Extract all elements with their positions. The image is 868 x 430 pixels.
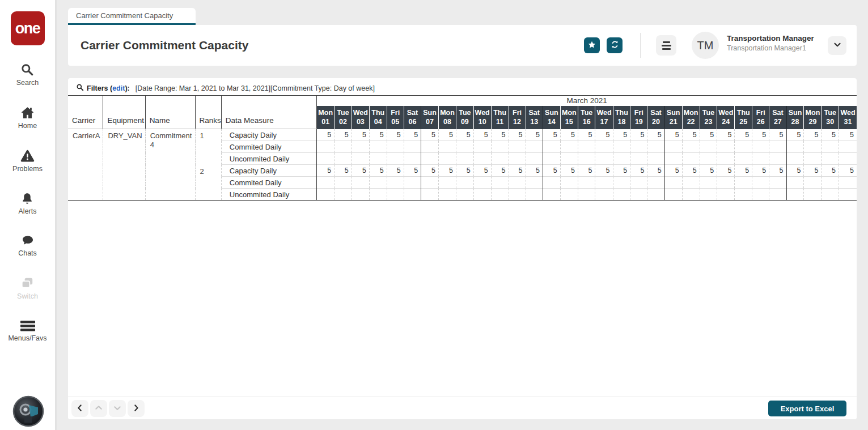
value-cell (456, 153, 474, 165)
day-header-sat-20: Sat20 (647, 106, 664, 129)
value-cell (526, 153, 543, 165)
filters-edit-link[interactable]: edit (112, 84, 125, 92)
user-menu-toggle[interactable] (828, 36, 846, 55)
value-cell: 5 (335, 129, 352, 141)
day-header-wed-17: Wed17 (595, 106, 613, 129)
value-cell: 5 (560, 129, 578, 141)
value-cell: 5 (369, 165, 387, 177)
day-header-mon-15: Mon15 (560, 106, 578, 129)
value-cell (578, 153, 595, 165)
value-cell (647, 177, 664, 189)
one-network-logo[interactable]: one (11, 11, 45, 45)
value-cell: 5 (822, 129, 839, 141)
value-cell (369, 177, 387, 189)
scroll-up-button (90, 400, 107, 417)
value-cell (735, 141, 752, 153)
search-icon (20, 62, 35, 77)
value-cell: 5 (369, 129, 387, 141)
logo-text: one (15, 20, 40, 37)
value-cell (421, 153, 439, 165)
value-cell (404, 153, 421, 165)
value-cell: 5 (317, 165, 335, 177)
value-cell: 5 (578, 129, 595, 141)
sidebar-item-label: Problems (12, 165, 43, 173)
value-cell (700, 177, 717, 189)
value-cell (804, 153, 822, 165)
value-cell: 5 (526, 165, 543, 177)
value-cell (682, 153, 700, 165)
value-cell (335, 189, 352, 201)
scroll-right-button[interactable] (128, 400, 145, 417)
month-header: March 2021 (317, 96, 857, 106)
sidebar: one Search Home Problems Alerts (0, 0, 57, 430)
value-cell: 5 (473, 165, 491, 177)
value-cell (473, 177, 491, 189)
column-header-equipment: Equipment (103, 96, 145, 129)
value-cell (735, 177, 752, 189)
day-header-fri-05: Fri05 (387, 106, 404, 129)
header-menu-button[interactable] (656, 35, 676, 56)
equipment-cell: DRY_VAN (103, 129, 145, 201)
value-cell: 5 (752, 129, 769, 141)
column-header-carrier: Carrier (68, 96, 103, 129)
value-cell (421, 177, 439, 189)
value-cell (647, 189, 664, 201)
value-cell: 5 (664, 129, 682, 141)
ai-assistant-icon[interactable] (12, 395, 44, 427)
value-cell: 5 (647, 165, 664, 177)
sidebar-item-label: Alerts (19, 207, 37, 215)
value-cell (560, 141, 578, 153)
value-cell: 5 (804, 165, 822, 177)
value-cell (317, 141, 335, 153)
value-cell (543, 189, 560, 201)
tab-label: Carrier Commitment Capacity (76, 11, 173, 20)
export-to-excel-button[interactable]: Export to Excel (768, 401, 846, 416)
sidebar-item-chats[interactable]: Chats (18, 234, 37, 257)
day-header-sun-14: Sun14 (543, 106, 560, 129)
sidebar-item-menus-favs[interactable]: Menus/Favs (8, 319, 46, 342)
value-cell (491, 177, 509, 189)
sidebar-item-problems[interactable]: Problems (12, 148, 43, 173)
value-cell (543, 177, 560, 189)
value-cell: 5 (735, 165, 752, 177)
day-header-fri-19: Fri19 (630, 106, 647, 129)
user-avatar[interactable]: TM (692, 32, 719, 59)
value-cell (786, 177, 804, 189)
value-cell: 5 (839, 165, 857, 177)
user-account-name: Transportation Manager1 (727, 44, 814, 52)
value-cell (404, 189, 421, 201)
day-header-mon-29: Mon29 (804, 106, 822, 129)
value-cell (317, 177, 335, 189)
value-cell (352, 189, 369, 201)
value-cell: 5 (752, 165, 769, 177)
measure-cell: Uncommited Daily (221, 189, 316, 201)
value-cell: 5 (335, 165, 352, 177)
value-cell: 5 (421, 129, 439, 141)
value-cell: 5 (578, 165, 595, 177)
star-icon (587, 40, 596, 51)
sidebar-item-alerts[interactable]: Alerts (19, 191, 37, 215)
value-cell (630, 189, 647, 201)
sidebar-item-home[interactable]: Home (18, 105, 37, 130)
value-cell: 5 (438, 129, 456, 141)
day-header-tue-30: Tue30 (822, 106, 839, 129)
value-cell: 5 (404, 129, 421, 141)
day-header-sun-07: Sun07 (421, 106, 439, 129)
sidebar-item-search[interactable]: Search (16, 62, 39, 87)
hamburger-icon (662, 41, 671, 50)
value-cell (543, 141, 560, 153)
refresh-button[interactable] (607, 37, 623, 53)
favorite-button[interactable] (584, 37, 600, 53)
sidebar-item-label: Search (16, 79, 39, 87)
value-cell: 5 (630, 165, 647, 177)
scroll-left-button[interactable] (71, 400, 88, 417)
value-cell (769, 141, 786, 153)
user-role-name: Transportation Manager (727, 34, 814, 42)
commitment-capacity-table: CarrierEquipmentNameRanksData MeasureMar… (68, 95, 857, 201)
value-cell (509, 177, 526, 189)
tab-carrier-commitment-capacity[interactable]: Carrier Commitment Capacity (68, 8, 196, 25)
rank-cell: 1 (195, 129, 221, 165)
value-cell: 5 (456, 129, 474, 141)
day-header-wed-03: Wed03 (352, 106, 369, 129)
capacity-grid: CarrierEquipmentNameRanksData MeasureMar… (68, 95, 857, 201)
